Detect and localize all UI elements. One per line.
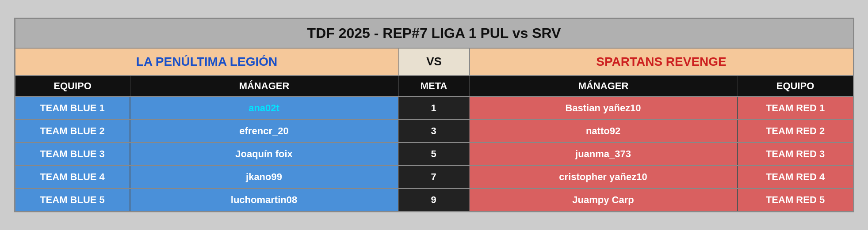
table-row: TEAM BLUE 4 jkano99 7 cristopher yañez10… <box>15 166 853 189</box>
table-row: TEAM BLUE 5 luchomartin08 9 Juampy Carp … <box>15 189 853 211</box>
manager-left-cell: luchomartin08 <box>130 189 399 211</box>
meta-cell: 5 <box>399 143 470 165</box>
manager-right-cell: Juampy Carp <box>470 189 738 211</box>
table-row: TEAM BLUE 2 efrencr_20 3 natto92 TEAM RE… <box>15 120 853 143</box>
col-header-manager-left: MÁNAGER <box>130 76 399 96</box>
match-title: TDF 2025 - REP#7 LIGA 1 PUL vs SRV <box>15 19 853 49</box>
column-headers: EQUIPO MÁNAGER META MÁNAGER EQUIPO <box>15 76 853 97</box>
col-header-equipo-left: EQUIPO <box>15 76 130 96</box>
data-rows: TEAM BLUE 1 ana02t 1 Bastian yañez10 TEA… <box>15 97 853 211</box>
manager-left-cell: jkano99 <box>130 166 399 188</box>
equipo-right-cell: TEAM RED 3 <box>738 143 853 165</box>
meta-cell: 9 <box>399 189 470 211</box>
equipo-right-cell: TEAM RED 4 <box>738 166 853 188</box>
manager-right-cell: Bastian yañez10 <box>470 97 738 119</box>
manager-right-cell: natto92 <box>470 120 738 142</box>
meta-cell: 7 <box>399 166 470 188</box>
equipo-right-cell: TEAM RED 2 <box>738 120 853 142</box>
manager-left-cell: efrencr_20 <box>130 120 399 142</box>
equipo-left-cell: TEAM BLUE 3 <box>15 143 130 165</box>
meta-cell: 3 <box>399 120 470 142</box>
col-header-equipo-right: EQUIPO <box>738 76 853 96</box>
equipo-right-cell: TEAM RED 1 <box>738 97 853 119</box>
manager-right-cell: juanma_373 <box>470 143 738 165</box>
table-row: TEAM BLUE 3 Joaquín foix 5 juanma_373 TE… <box>15 143 853 166</box>
equipo-right-cell: TEAM RED 5 <box>738 189 853 211</box>
col-header-manager-right: MÁNAGER <box>470 76 738 96</box>
teams-header: LA PENÚLTIMA LEGIÓN VS SPARTANS REVENGE <box>15 49 853 76</box>
vs-label: VS <box>399 49 470 75</box>
equipo-left-cell: TEAM BLUE 4 <box>15 166 130 188</box>
team-left-name: LA PENÚLTIMA LEGIÓN <box>15 49 399 75</box>
equipo-left-cell: TEAM BLUE 5 <box>15 189 130 211</box>
equipo-left-cell: TEAM BLUE 2 <box>15 120 130 142</box>
manager-left-cell: Joaquín foix <box>130 143 399 165</box>
table-row: TEAM BLUE 1 ana02t 1 Bastian yañez10 TEA… <box>15 97 853 120</box>
match-table: TDF 2025 - REP#7 LIGA 1 PUL vs SRV LA PE… <box>14 18 854 212</box>
meta-cell: 1 <box>399 97 470 119</box>
manager-left-cell: ana02t <box>130 97 399 119</box>
col-header-meta: META <box>399 76 470 96</box>
title-text: TDF 2025 - REP#7 LIGA 1 PUL vs SRV <box>307 25 561 41</box>
team-right-name: SPARTANS REVENGE <box>470 49 853 75</box>
equipo-left-cell: TEAM BLUE 1 <box>15 97 130 119</box>
manager-right-cell: cristopher yañez10 <box>470 166 738 188</box>
